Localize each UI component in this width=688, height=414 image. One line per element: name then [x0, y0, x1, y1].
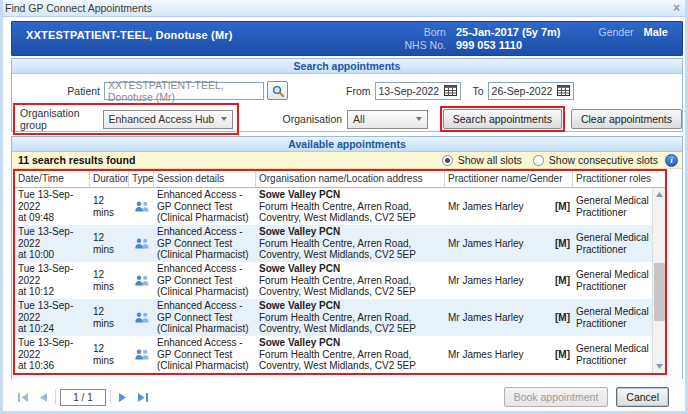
slot-duration: 12 mins — [90, 231, 129, 257]
column-header-organisation[interactable]: Organisation name/Location address — [256, 171, 445, 187]
organisation-group-value: Enhanced Access Hub — [109, 113, 215, 125]
search-panel-header: Search appointments — [12, 59, 682, 74]
organisation-address: Forum Health Centre, Arren Road, Coventr… — [259, 275, 416, 298]
organisation-group-select[interactable]: Enhanced Access Hub — [103, 110, 233, 129]
next-page-icon[interactable] — [115, 390, 131, 405]
chevron-down-icon — [221, 117, 227, 121]
results-bar: 11 search results found Show all slots S… — [12, 152, 682, 169]
organisation-address: Forum Health Centre, Arren Road, Coventr… — [259, 238, 416, 261]
slot-display-options: Show all slots Show consecutive slots i — [442, 154, 678, 167]
pager-divider — [110, 390, 111, 404]
organisation-name: Sowe Valley PCN — [259, 226, 340, 237]
group-slot-icon — [129, 200, 154, 213]
scroll-up-icon[interactable] — [653, 188, 665, 201]
show-all-slots-radio[interactable] — [442, 155, 453, 166]
from-date-value: 13-Sep-2022 — [379, 85, 440, 97]
practitioner-gender: [M] — [555, 238, 570, 250]
slot-time: at 09:48 — [18, 212, 87, 224]
calendar-icon[interactable] — [444, 85, 457, 96]
slot-time: at 10:36 — [18, 360, 87, 372]
chevron-down-icon — [416, 117, 422, 121]
radio-selected-dot — [445, 158, 450, 163]
organisation-label: Organisation — [283, 113, 343, 125]
slot-duration: 12 mins — [90, 342, 129, 368]
group-slot-icon — [129, 311, 154, 324]
search-appointments-button[interactable]: Search appointments — [443, 109, 562, 129]
scroll-down-icon[interactable] — [653, 360, 665, 373]
practitioner-name: Mr James Harley — [448, 312, 524, 324]
from-label: From — [346, 85, 371, 97]
results-count: 11 search results found — [18, 154, 135, 166]
session-details: Enhanced Access - GP Connect Test (Clini… — [154, 336, 256, 373]
scrollbar-thumb[interactable] — [654, 263, 665, 321]
from-date-input[interactable]: 13-Sep-2022 — [375, 82, 461, 100]
appointment-row[interactable]: Tue 13-Sep-2022at 10:00 12 mins Enhanced… — [15, 225, 652, 262]
patient-label: Patient — [12, 85, 100, 97]
column-header-session[interactable]: Session details — [154, 171, 256, 187]
to-label: To — [473, 85, 484, 97]
slot-date: Tue 13-Sep-2022 — [18, 300, 87, 324]
group-slot-icon — [129, 348, 154, 361]
organisation-address: Forum Health Centre, Arren Road, Coventr… — [259, 201, 416, 224]
search-row-organisation: Organisation group Enhanced Access Hub O… — [12, 103, 682, 135]
column-header-roles[interactable]: Practitioner roles — [573, 171, 652, 187]
column-header-practitioner[interactable]: Practitioner name/Gender — [445, 171, 573, 187]
close-icon[interactable]: × — [671, 2, 682, 14]
slot-time: at 10:00 — [18, 249, 87, 261]
organisation-name: Sowe Valley PCN — [259, 300, 340, 311]
show-consecutive-slots-label: Show consecutive slots — [549, 154, 658, 166]
organisation-name: Sowe Valley PCN — [259, 189, 340, 200]
practitioner-roles: General Medical Practitioner — [573, 268, 652, 294]
slot-date: Tue 13-Sep-2022 — [18, 189, 87, 213]
to-date-input[interactable]: 26-Sep-2022 — [488, 82, 574, 100]
slot-duration: 12 mins — [90, 305, 129, 331]
previous-page-icon[interactable] — [35, 390, 51, 405]
clear-appointments-button[interactable]: Clear appointments — [571, 109, 682, 129]
practitioner-name: Mr James Harley — [448, 275, 524, 287]
slot-date: Tue 13-Sep-2022 — [18, 263, 87, 287]
info-icon[interactable]: i — [665, 154, 678, 167]
practitioner-name: Mr James Harley — [448, 349, 524, 361]
appointments-table-highlight: Date/Time Duration Type Session details … — [13, 169, 667, 375]
cancel-button[interactable]: Cancel — [616, 387, 669, 407]
nhs-number-value: 999 053 1110 — [456, 39, 522, 51]
column-header-datetime[interactable]: Date/Time — [15, 171, 90, 187]
column-header-type[interactable]: Type — [129, 171, 154, 187]
column-header-duration[interactable]: Duration — [90, 171, 129, 187]
session-details: Enhanced Access - GP Connect Test (Clini… — [154, 188, 256, 225]
session-details: Enhanced Access - GP Connect Test (Clini… — [154, 299, 256, 336]
organisation-group-highlight: Organisation group Enhanced Access Hub — [13, 103, 239, 135]
practitioner-roles: General Medical Practitioner — [573, 305, 652, 331]
appointment-row[interactable]: Tue 13-Sep-2022at 10:24 12 mins Enhanced… — [15, 299, 652, 336]
practitioner-name: Mr James Harley — [448, 201, 524, 213]
practitioner-gender: [M] — [555, 201, 570, 213]
practitioner-roles: General Medical Practitioner — [573, 342, 652, 368]
patient-banner: XXTESTPATIENT-TEEL, Donotuse (Mr) Born 2… — [11, 21, 683, 56]
born-label: Born — [400, 26, 446, 38]
appointments-table-header: Date/Time Duration Type Session details … — [15, 171, 665, 188]
calendar-icon[interactable] — [557, 85, 570, 96]
organisation-name: Sowe Valley PCN — [259, 263, 340, 274]
first-page-icon[interactable] — [15, 390, 31, 405]
book-appointment-button[interactable]: Book appointment — [504, 387, 609, 407]
slot-time: at 10:12 — [18, 286, 87, 298]
practitioner-roles: General Medical Practitioner — [573, 231, 652, 257]
table-scrollbar[interactable] — [652, 188, 665, 373]
appointment-row[interactable]: Tue 13-Sep-2022at 10:12 12 mins Enhanced… — [15, 262, 652, 299]
group-slot-icon — [129, 237, 154, 250]
page-indicator[interactable]: 1 / 1 — [60, 389, 106, 406]
appointment-row[interactable]: Tue 13-Sep-2022at 09:48 12 mins Enhanced… — [15, 188, 652, 225]
gender-label: Gender — [599, 26, 634, 38]
search-row-patient-dates: Patient XXTESTPATIENT-TEEL, Donotuse (Mr… — [12, 81, 682, 100]
pagination: 1 / 1 — [11, 389, 151, 406]
show-consecutive-slots-radio[interactable] — [533, 155, 544, 166]
organisation-address: Forum Health Centre, Arren Road, Coventr… — [259, 349, 416, 372]
slot-duration: 12 mins — [90, 268, 129, 294]
organisation-select[interactable]: All — [347, 110, 428, 129]
practitioner-gender: [M] — [555, 312, 570, 324]
last-page-icon[interactable] — [135, 390, 151, 405]
appointment-row[interactable]: Tue 13-Sep-2022at 10:36 12 mins Enhanced… — [15, 336, 652, 373]
nhs-line: NHS No. 999 053 1110 — [400, 39, 668, 51]
patient-input[interactable]: XXTESTPATIENT-TEEL, Donotuse (Mr) — [104, 82, 264, 100]
patient-search-button[interactable] — [267, 81, 288, 100]
